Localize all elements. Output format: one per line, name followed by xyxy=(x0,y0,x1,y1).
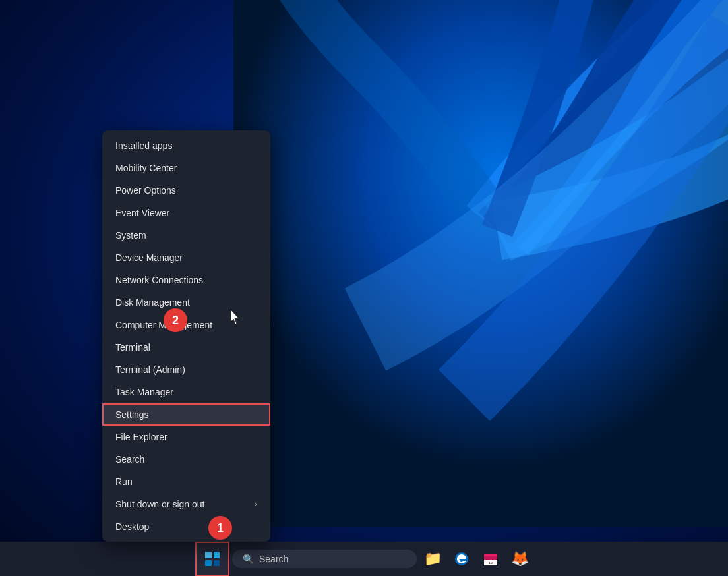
menu-item-label-terminal: Terminal xyxy=(115,342,150,353)
search-icon: 🔍 xyxy=(243,554,254,564)
menu-item-installed-apps[interactable]: Installed apps xyxy=(102,134,270,157)
menu-item-label-power-options: Power Options xyxy=(115,185,176,196)
menu-item-event-viewer[interactable]: Event Viewer xyxy=(102,202,270,224)
start-button[interactable] xyxy=(195,542,229,576)
menu-item-label-installed-apps: Installed apps xyxy=(115,140,172,151)
taskbar-firefox-icon[interactable]: 🦊 xyxy=(506,546,533,572)
taskbar-search-text: Search xyxy=(259,554,288,564)
taskbar-edge-icon[interactable] xyxy=(448,546,475,572)
menu-item-label-network-connections: Network Connections xyxy=(115,275,203,285)
menu-item-label-shut-down: Shut down or sign out xyxy=(115,499,204,509)
windows-logo-icon xyxy=(205,552,220,566)
menu-item-network-connections[interactable]: Network Connections xyxy=(102,269,270,291)
svg-text:12: 12 xyxy=(489,561,493,565)
wallpaper-swirl xyxy=(233,0,728,527)
menu-item-label-file-explorer: File Explorer xyxy=(115,432,167,442)
menu-item-label-run: Run xyxy=(115,476,133,487)
taskbar-search-bar[interactable]: 🔍 Search xyxy=(232,550,417,568)
taskbar-calendar-icon[interactable]: 12 xyxy=(477,546,504,572)
menu-item-settings[interactable]: Settings xyxy=(102,403,270,426)
menu-item-label-disk-management: Disk Management xyxy=(115,297,190,308)
menu-item-shut-down[interactable]: Shut down or sign out› xyxy=(102,493,270,515)
win-logo-piece-tr xyxy=(214,552,220,558)
menu-item-task-manager[interactable]: Task Manager xyxy=(102,381,270,403)
menu-item-system[interactable]: System xyxy=(102,224,270,246)
taskbar-center: 🔍 Search 📁 12 🦊 xyxy=(195,542,533,576)
menu-item-label-event-viewer: Event Viewer xyxy=(115,208,169,218)
menu-item-search[interactable]: Search xyxy=(102,448,270,471)
win-logo-piece-bl xyxy=(205,560,212,567)
menu-item-power-options[interactable]: Power Options xyxy=(102,179,270,202)
menu-item-run[interactable]: Run xyxy=(102,471,270,493)
menu-item-file-explorer[interactable]: File Explorer xyxy=(102,426,270,448)
menu-item-disk-management[interactable]: Disk Management xyxy=(102,291,270,314)
menu-item-label-terminal-admin: Terminal (Admin) xyxy=(115,364,185,375)
menu-item-label-task-manager: Task Manager xyxy=(115,387,173,397)
menu-item-terminal-admin[interactable]: Terminal (Admin) xyxy=(102,359,270,381)
step-badge-1: 1 xyxy=(208,516,232,540)
menu-item-device-manager[interactable]: Device Manager xyxy=(102,246,270,269)
menu-item-label-device-manager: Device Manager xyxy=(115,252,183,263)
win-logo-piece-tl xyxy=(205,552,212,558)
win-logo-piece-br xyxy=(214,560,220,567)
menu-item-arrow-shut-down: › xyxy=(255,500,257,509)
menu-item-label-system: System xyxy=(115,230,146,241)
menu-item-label-mobility-center: Mobility Center xyxy=(115,163,177,173)
menu-item-label-desktop: Desktop xyxy=(115,521,149,532)
context-menu: Installed appsMobility CenterPower Optio… xyxy=(102,130,270,542)
taskbar: 🔍 Search 📁 12 🦊 xyxy=(0,542,728,576)
menu-item-label-settings: Settings xyxy=(115,409,149,420)
menu-item-desktop[interactable]: Desktop xyxy=(102,515,270,538)
menu-item-terminal[interactable]: Terminal xyxy=(102,336,270,359)
taskbar-file-explorer-icon[interactable]: 📁 xyxy=(419,546,446,572)
svg-rect-6 xyxy=(484,558,497,560)
menu-item-label-search: Search xyxy=(115,454,144,465)
step-badge-2: 2 xyxy=(164,308,187,332)
menu-item-mobility-center[interactable]: Mobility Center xyxy=(102,157,270,179)
